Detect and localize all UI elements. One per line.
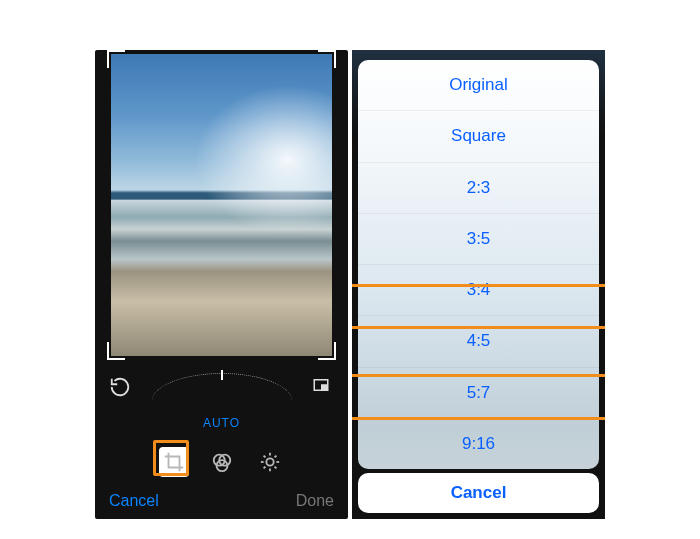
screenshots-container: AUTO	[0, 0, 700, 539]
done-button[interactable]: Done	[296, 492, 334, 510]
svg-line-13	[274, 456, 276, 458]
auto-label[interactable]: AUTO	[95, 416, 348, 430]
tool-filters-button[interactable]	[207, 447, 237, 477]
straighten-dial-area	[95, 362, 348, 412]
adjust-icon	[259, 451, 281, 473]
photo-editor-screen: AUTO	[95, 50, 348, 519]
svg-point-5	[266, 458, 273, 465]
editor-bottom-bar: Cancel Done	[95, 483, 348, 519]
crop-handle-bottom-right[interactable]	[318, 342, 336, 360]
aspect-option-4-5[interactable]: 4:5	[358, 316, 599, 367]
aspect-ratio-button[interactable]	[312, 376, 334, 398]
svg-rect-1	[321, 384, 328, 390]
straighten-dial[interactable]	[152, 373, 292, 401]
aspect-ratio-action-sheet: Original Square 2:3 3:5 3:4 4:5 5:7 9:16	[358, 60, 599, 469]
sheet-cancel-button[interactable]: Cancel	[358, 473, 599, 513]
aspect-option-3-5[interactable]: 3:5	[358, 214, 599, 265]
aspect-option-3-4[interactable]: 3:4	[358, 265, 599, 316]
crop-handle-top-right[interactable]	[318, 50, 336, 68]
svg-line-10	[263, 456, 265, 458]
crop-handle-bottom-left[interactable]	[107, 342, 125, 360]
cancel-button[interactable]: Cancel	[109, 492, 159, 510]
rotate-ccw-button[interactable]	[109, 376, 131, 398]
aspect-option-9-16[interactable]: 9:16	[358, 419, 599, 469]
tool-adjust-button[interactable]	[255, 447, 285, 477]
aspect-option-5-7[interactable]: 5:7	[358, 368, 599, 419]
svg-line-12	[263, 467, 265, 469]
rotate-ccw-icon	[109, 376, 131, 398]
crop-stage[interactable]	[107, 50, 336, 360]
photo-preview	[111, 54, 332, 356]
aspect-ratio-icon	[312, 376, 330, 394]
aspect-option-square[interactable]: Square	[358, 111, 599, 162]
edit-toolbar	[95, 442, 348, 482]
crop-handle-top-left[interactable]	[107, 50, 125, 68]
aspect-ratio-sheet-screen: Original Square 2:3 3:5 3:4 4:5 5:7 9:16…	[352, 50, 605, 519]
filters-icon	[211, 451, 233, 473]
svg-line-11	[274, 467, 276, 469]
tool-crop-button[interactable]	[159, 447, 189, 477]
aspect-option-2-3[interactable]: 2:3	[358, 163, 599, 214]
crop-icon	[163, 451, 185, 473]
aspect-option-original[interactable]: Original	[358, 60, 599, 111]
